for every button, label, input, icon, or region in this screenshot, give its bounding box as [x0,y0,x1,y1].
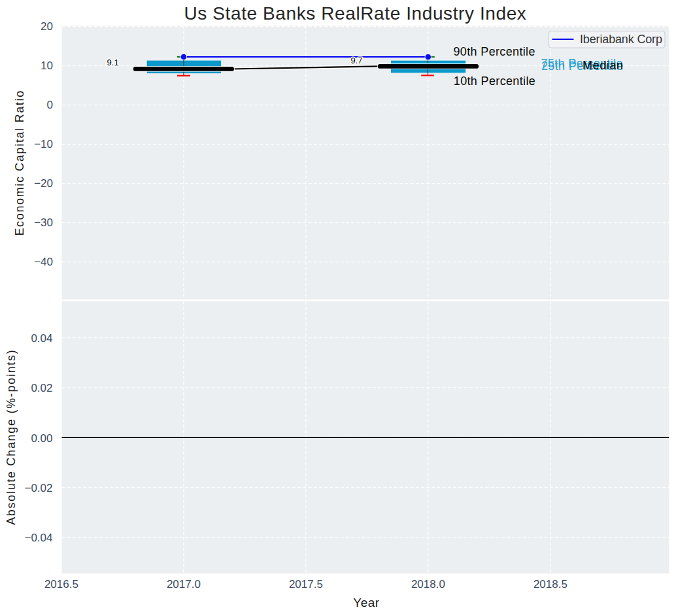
svg-text:Economic Capital Ratio: Economic Capital Ratio [13,90,26,235]
svg-text:Us State Banks RealRate Indust: Us State Banks RealRate Industry Index [184,3,527,24]
svg-text:2018.0: 2018.0 [411,578,445,590]
svg-text:−0.02: −0.02 [24,482,52,494]
svg-text:−20: −20 [34,177,53,190]
svg-text:Iberiabank Corp: Iberiabank Corp [580,33,662,46]
svg-text:−10: −10 [34,138,53,150]
svg-text:0.00: 0.00 [31,432,52,445]
svg-text:Median: Median [583,59,624,72]
svg-text:90th Percentile: 90th Percentile [454,45,535,58]
svg-text:20: 20 [41,20,53,33]
svg-text:−0.04: −0.04 [24,532,52,544]
svg-text:9.1: 9.1 [107,58,119,67]
svg-text:2016.5: 2016.5 [44,578,78,590]
svg-text:Year: Year [353,596,380,609]
svg-text:2017.0: 2017.0 [167,578,201,590]
svg-text:2017.5: 2017.5 [289,578,323,590]
svg-text:−30: −30 [34,216,53,229]
svg-text:0.02: 0.02 [31,382,52,394]
svg-text:2018.5: 2018.5 [533,578,567,590]
svg-text:−40: −40 [34,256,53,268]
svg-text:9.7: 9.7 [350,56,362,65]
svg-text:Absolute Change (%-points): Absolute Change (%-points) [5,349,18,525]
svg-text:0.04: 0.04 [31,332,52,345]
svg-text:0: 0 [47,99,53,111]
svg-text:10th Percentile: 10th Percentile [454,75,535,88]
svg-text:10: 10 [41,60,53,72]
